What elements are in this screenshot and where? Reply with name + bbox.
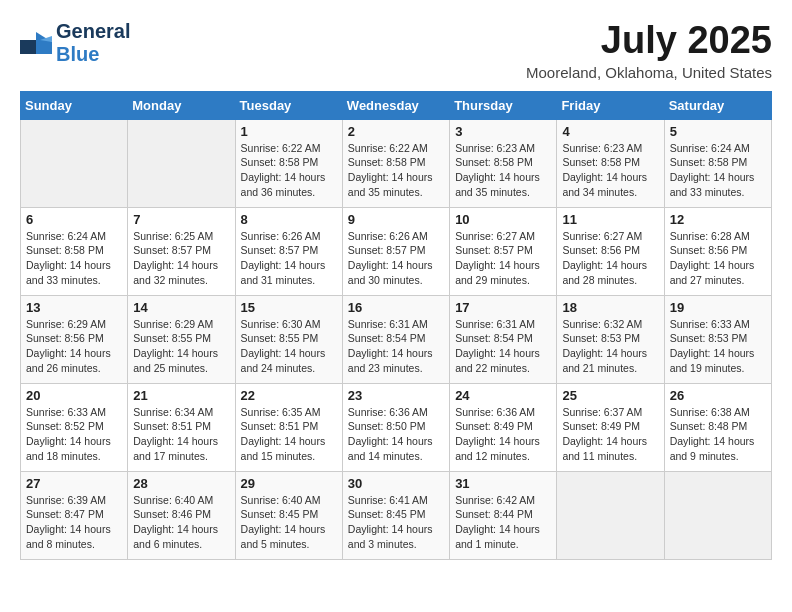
day-info: Sunrise: 6:22 AMSunset: 8:58 PMDaylight:… [348,141,444,200]
day-number: 3 [455,124,551,139]
day-info: Sunrise: 6:31 AMSunset: 8:54 PMDaylight:… [455,317,551,376]
day-number: 28 [133,476,229,491]
day-info: Sunrise: 6:24 AMSunset: 8:58 PMDaylight:… [670,141,766,200]
day-number: 5 [670,124,766,139]
day-number: 26 [670,388,766,403]
calendar-cell: 25Sunrise: 6:37 AMSunset: 8:49 PMDayligh… [557,383,664,471]
day-info: Sunrise: 6:29 AMSunset: 8:56 PMDaylight:… [26,317,122,376]
day-info: Sunrise: 6:23 AMSunset: 8:58 PMDaylight:… [455,141,551,200]
calendar-cell: 4Sunrise: 6:23 AMSunset: 8:58 PMDaylight… [557,119,664,207]
day-info: Sunrise: 6:26 AMSunset: 8:57 PMDaylight:… [348,229,444,288]
calendar-week-3: 13Sunrise: 6:29 AMSunset: 8:56 PMDayligh… [21,295,772,383]
calendar-cell: 5Sunrise: 6:24 AMSunset: 8:58 PMDaylight… [664,119,771,207]
day-number: 14 [133,300,229,315]
day-number: 18 [562,300,658,315]
day-number: 31 [455,476,551,491]
calendar-cell: 6Sunrise: 6:24 AMSunset: 8:58 PMDaylight… [21,207,128,295]
calendar-cell: 16Sunrise: 6:31 AMSunset: 8:54 PMDayligh… [342,295,449,383]
day-info: Sunrise: 6:41 AMSunset: 8:45 PMDaylight:… [348,493,444,552]
day-number: 7 [133,212,229,227]
day-number: 25 [562,388,658,403]
day-number: 21 [133,388,229,403]
calendar-cell: 20Sunrise: 6:33 AMSunset: 8:52 PMDayligh… [21,383,128,471]
day-info: Sunrise: 6:40 AMSunset: 8:46 PMDaylight:… [133,493,229,552]
calendar-week-5: 27Sunrise: 6:39 AMSunset: 8:47 PMDayligh… [21,471,772,559]
day-info: Sunrise: 6:40 AMSunset: 8:45 PMDaylight:… [241,493,337,552]
calendar-cell [557,471,664,559]
day-info: Sunrise: 6:29 AMSunset: 8:55 PMDaylight:… [133,317,229,376]
day-info: Sunrise: 6:35 AMSunset: 8:51 PMDaylight:… [241,405,337,464]
header-tuesday: Tuesday [235,91,342,119]
month-title: July 2025 [526,20,772,62]
calendar-cell: 7Sunrise: 6:25 AMSunset: 8:57 PMDaylight… [128,207,235,295]
day-number: 22 [241,388,337,403]
calendar-week-1: 1Sunrise: 6:22 AMSunset: 8:58 PMDaylight… [21,119,772,207]
day-number: 8 [241,212,337,227]
logo-icon [20,32,52,54]
day-number: 9 [348,212,444,227]
calendar-cell: 26Sunrise: 6:38 AMSunset: 8:48 PMDayligh… [664,383,771,471]
calendar-header-row: SundayMondayTuesdayWednesdayThursdayFrid… [21,91,772,119]
day-info: Sunrise: 6:32 AMSunset: 8:53 PMDaylight:… [562,317,658,376]
day-number: 19 [670,300,766,315]
logo: General Blue [20,20,130,66]
calendar-cell: 24Sunrise: 6:36 AMSunset: 8:49 PMDayligh… [450,383,557,471]
day-info: Sunrise: 6:30 AMSunset: 8:55 PMDaylight:… [241,317,337,376]
day-info: Sunrise: 6:27 AMSunset: 8:56 PMDaylight:… [562,229,658,288]
calendar-week-4: 20Sunrise: 6:33 AMSunset: 8:52 PMDayligh… [21,383,772,471]
day-number: 16 [348,300,444,315]
calendar-cell: 23Sunrise: 6:36 AMSunset: 8:50 PMDayligh… [342,383,449,471]
day-info: Sunrise: 6:27 AMSunset: 8:57 PMDaylight:… [455,229,551,288]
calendar-cell: 18Sunrise: 6:32 AMSunset: 8:53 PMDayligh… [557,295,664,383]
day-info: Sunrise: 6:25 AMSunset: 8:57 PMDaylight:… [133,229,229,288]
calendar-cell: 21Sunrise: 6:34 AMSunset: 8:51 PMDayligh… [128,383,235,471]
day-info: Sunrise: 6:36 AMSunset: 8:49 PMDaylight:… [455,405,551,464]
calendar-cell: 8Sunrise: 6:26 AMSunset: 8:57 PMDaylight… [235,207,342,295]
header-wednesday: Wednesday [342,91,449,119]
header-friday: Friday [557,91,664,119]
day-info: Sunrise: 6:26 AMSunset: 8:57 PMDaylight:… [241,229,337,288]
day-number: 24 [455,388,551,403]
calendar-cell [21,119,128,207]
title-block: July 2025 Mooreland, Oklahoma, United St… [526,20,772,81]
day-number: 30 [348,476,444,491]
day-info: Sunrise: 6:34 AMSunset: 8:51 PMDaylight:… [133,405,229,464]
calendar-cell: 11Sunrise: 6:27 AMSunset: 8:56 PMDayligh… [557,207,664,295]
day-number: 20 [26,388,122,403]
day-number: 11 [562,212,658,227]
calendar-table: SundayMondayTuesdayWednesdayThursdayFrid… [20,91,772,560]
day-number: 1 [241,124,337,139]
day-number: 4 [562,124,658,139]
calendar-cell: 13Sunrise: 6:29 AMSunset: 8:56 PMDayligh… [21,295,128,383]
svg-marker-1 [36,32,52,54]
calendar-cell [128,119,235,207]
calendar-cell: 30Sunrise: 6:41 AMSunset: 8:45 PMDayligh… [342,471,449,559]
day-info: Sunrise: 6:33 AMSunset: 8:52 PMDaylight:… [26,405,122,464]
calendar-cell: 22Sunrise: 6:35 AMSunset: 8:51 PMDayligh… [235,383,342,471]
calendar-cell: 12Sunrise: 6:28 AMSunset: 8:56 PMDayligh… [664,207,771,295]
day-number: 2 [348,124,444,139]
logo-general: General [56,20,130,42]
day-info: Sunrise: 6:22 AMSunset: 8:58 PMDaylight:… [241,141,337,200]
day-info: Sunrise: 6:24 AMSunset: 8:58 PMDaylight:… [26,229,122,288]
day-number: 13 [26,300,122,315]
calendar-week-2: 6Sunrise: 6:24 AMSunset: 8:58 PMDaylight… [21,207,772,295]
day-info: Sunrise: 6:39 AMSunset: 8:47 PMDaylight:… [26,493,122,552]
day-info: Sunrise: 6:36 AMSunset: 8:50 PMDaylight:… [348,405,444,464]
calendar-cell: 14Sunrise: 6:29 AMSunset: 8:55 PMDayligh… [128,295,235,383]
day-info: Sunrise: 6:33 AMSunset: 8:53 PMDaylight:… [670,317,766,376]
page-header: General Blue July 2025 Mooreland, Oklaho… [20,20,772,81]
day-info: Sunrise: 6:42 AMSunset: 8:44 PMDaylight:… [455,493,551,552]
calendar-cell: 19Sunrise: 6:33 AMSunset: 8:53 PMDayligh… [664,295,771,383]
calendar-cell: 15Sunrise: 6:30 AMSunset: 8:55 PMDayligh… [235,295,342,383]
calendar-cell: 17Sunrise: 6:31 AMSunset: 8:54 PMDayligh… [450,295,557,383]
header-monday: Monday [128,91,235,119]
calendar-cell: 31Sunrise: 6:42 AMSunset: 8:44 PMDayligh… [450,471,557,559]
day-number: 15 [241,300,337,315]
calendar-cell: 3Sunrise: 6:23 AMSunset: 8:58 PMDaylight… [450,119,557,207]
day-number: 23 [348,388,444,403]
header-thursday: Thursday [450,91,557,119]
day-info: Sunrise: 6:38 AMSunset: 8:48 PMDaylight:… [670,405,766,464]
calendar-cell: 29Sunrise: 6:40 AMSunset: 8:45 PMDayligh… [235,471,342,559]
header-sunday: Sunday [21,91,128,119]
